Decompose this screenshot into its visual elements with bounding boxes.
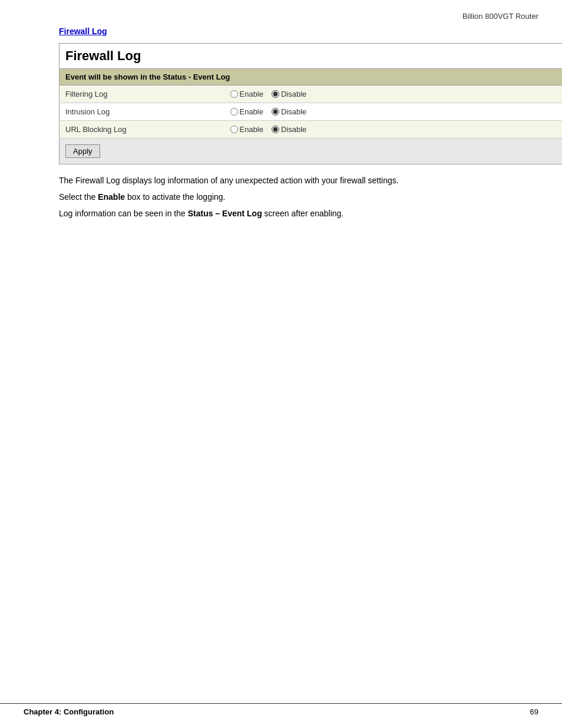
url-disable-label[interactable]: Disable — [272, 125, 306, 134]
desc-line2-suffix: box to activate the logging. — [125, 192, 225, 202]
intrusion-enable-radio[interactable] — [230, 108, 238, 116]
filtering-disable-radio[interactable] — [272, 90, 279, 98]
filtering-log-radio-group: Enable Disable — [230, 90, 560, 98]
intrusion-log-radio-group: Enable Disable — [230, 107, 560, 116]
firewall-log-table: Firewall Log Event will be shown in the … — [59, 43, 562, 164]
url-blocking-log-radio-group: Enable Disable — [230, 125, 560, 134]
filtering-enable-text: Enable — [240, 90, 263, 98]
breadcrumb[interactable]: Firewall Log — [59, 27, 538, 36]
description-section: The Firewall Log displays log informatio… — [59, 174, 538, 220]
url-enable-label[interactable]: Enable — [230, 125, 263, 134]
url-enable-text: Enable — [240, 125, 263, 134]
desc-line2-prefix: Select the — [59, 192, 98, 202]
intrusion-log-radio-cell: Enable Disable — [224, 103, 563, 121]
filtering-enable-radio[interactable] — [230, 90, 238, 98]
intrusion-enable-text: Enable — [240, 107, 263, 116]
desc-line3-bold: Status – Event Log — [188, 209, 262, 218]
url-enable-radio[interactable] — [230, 126, 238, 133]
apply-cell: Apply — [59, 139, 563, 164]
url-blocking-log-label: URL Blocking Log — [59, 121, 224, 139]
url-disable-radio[interactable] — [272, 126, 279, 133]
intrusion-disable-radio[interactable] — [272, 108, 279, 116]
url-blocking-log-row: URL Blocking Log Enable Disable — [59, 121, 563, 139]
url-disable-text: Disable — [281, 125, 306, 134]
desc-line1-text: The Firewall Log displays log informatio… — [59, 176, 399, 185]
footer-page: 69 — [530, 707, 538, 716]
desc-line1: The Firewall Log displays log informatio… — [59, 174, 538, 188]
intrusion-log-row: Intrusion Log Enable Disable — [59, 103, 563, 121]
filtering-disable-label[interactable]: Disable — [272, 90, 306, 98]
intrusion-enable-label[interactable]: Enable — [230, 107, 263, 116]
desc-line3: Log information can be seen in the Statu… — [59, 207, 538, 221]
table-header-row: Event will be shown in the Status - Even… — [59, 69, 563, 85]
filtering-log-row: Filtering Log Enable Disable — [59, 85, 563, 103]
product-name: Billion 800VGT Router — [24, 12, 538, 21]
intrusion-log-label: Intrusion Log — [59, 103, 224, 121]
filtering-log-radio-cell: Enable Disable — [224, 85, 563, 103]
desc-line3-suffix: screen after enabling. — [262, 209, 344, 218]
page-wrapper: Billion 800VGT Router Firewall Log Firew… — [0, 0, 562, 728]
intrusion-disable-label[interactable]: Disable — [272, 107, 306, 116]
desc-line3-prefix: Log information can be seen in the — [59, 209, 188, 218]
filtering-log-label: Filtering Log — [59, 85, 224, 103]
desc-line2: Select the Enable box to activate the lo… — [59, 190, 538, 205]
filtering-disable-text: Disable — [281, 90, 306, 98]
desc-line2-bold: Enable — [98, 192, 125, 202]
table-title-row: Firewall Log — [59, 44, 563, 69]
apply-button[interactable]: Apply — [65, 144, 100, 158]
table-title: Firewall Log — [65, 48, 141, 63]
intrusion-disable-text: Disable — [281, 107, 306, 116]
apply-row: Apply — [59, 139, 563, 164]
footer-chapter: Chapter 4: Configuration — [24, 707, 114, 716]
url-blocking-log-radio-cell: Enable Disable — [224, 121, 563, 139]
footer: Chapter 4: Configuration 69 — [0, 703, 562, 716]
filtering-enable-label[interactable]: Enable — [230, 90, 263, 98]
table-header-cell: Event will be shown in the Status - Even… — [59, 69, 563, 85]
